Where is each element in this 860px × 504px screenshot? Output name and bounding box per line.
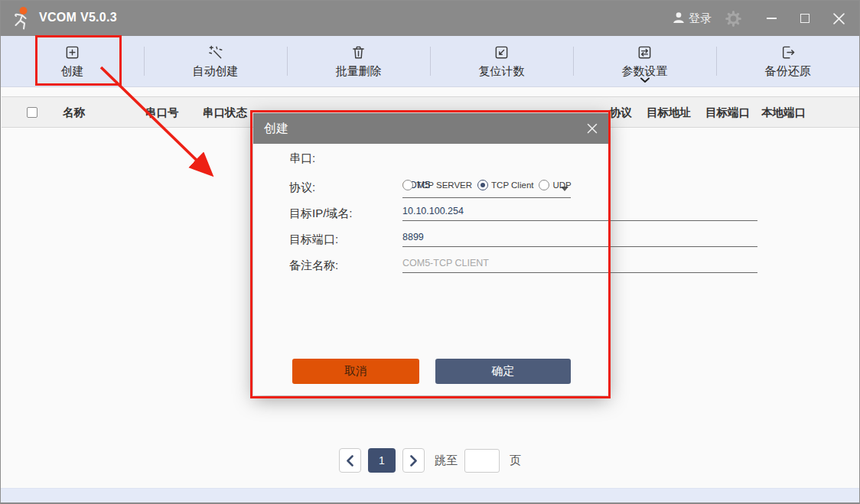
jump-to-label: 跳至 xyxy=(435,454,458,468)
ok-button[interactable]: 确定 xyxy=(435,359,571,384)
close-button[interactable] xyxy=(826,1,852,36)
remark-label: 备注名称: xyxy=(289,259,338,273)
select-all-checkbox[interactable] xyxy=(27,107,37,118)
chevron-down-icon xyxy=(640,73,650,86)
close-icon xyxy=(587,123,598,134)
login-button[interactable]: 登录 xyxy=(672,11,712,27)
column-name[interactable]: 名称 xyxy=(63,106,85,120)
create-button[interactable]: 创建 xyxy=(1,36,144,86)
export-doc-icon xyxy=(780,44,796,60)
usr-logo-icon xyxy=(11,6,33,34)
maximize-icon xyxy=(800,14,810,23)
radio-selected-icon xyxy=(477,180,488,190)
batch-delete-label: 批量删除 xyxy=(336,64,382,79)
radio-option-udp[interactable]: UDP xyxy=(539,180,571,190)
settings-swap-icon xyxy=(637,44,653,60)
radio-option-tcp-server[interactable]: TCP SERVER xyxy=(402,180,472,190)
radio-icon xyxy=(539,180,549,190)
toolbar: 创建 自动创建 批量删除 复位计数 参数设置 备份还原 xyxy=(1,36,859,87)
prev-page-button[interactable] xyxy=(339,448,361,473)
jump-page-input[interactable] xyxy=(464,449,500,473)
create-dialog: 创建 串口: COM5 协议: TCP SERVER TCP Client UD… xyxy=(253,113,608,395)
maximize-button[interactable] xyxy=(792,1,818,36)
reset-count-label: 复位计数 xyxy=(479,64,525,79)
reset-count-button[interactable]: 复位计数 xyxy=(430,36,573,86)
app-title: VCOM V5.0.3 xyxy=(39,11,117,24)
radio-icon xyxy=(402,180,413,190)
radio-option-tcp-client[interactable]: TCP Client xyxy=(477,180,533,190)
add-square-icon xyxy=(64,44,80,60)
column-com-status[interactable]: 串口状态 xyxy=(203,106,247,120)
target-port-label: 目标端口: xyxy=(289,232,338,247)
dialog-title: 创建 xyxy=(264,121,288,137)
login-label: 登录 xyxy=(689,11,712,26)
gear-icon xyxy=(725,11,741,27)
next-page-button[interactable] xyxy=(402,448,425,473)
radio-label: TCP Client xyxy=(491,180,533,190)
remark-input[interactable] xyxy=(402,256,757,273)
radio-label: TCP SERVER xyxy=(416,180,472,190)
column-target-port[interactable]: 目标端口 xyxy=(705,106,750,120)
trash-icon xyxy=(350,44,366,60)
backup-restore-label: 备份还原 xyxy=(765,64,811,79)
auto-create-button[interactable]: 自动创建 xyxy=(144,36,287,86)
dialog-close-button[interactable] xyxy=(585,122,599,135)
chevron-right-icon xyxy=(409,455,418,467)
reset-arrow-icon xyxy=(494,44,510,60)
page-unit-label: 页 xyxy=(510,454,521,468)
protocol-label: 协议: xyxy=(289,180,315,195)
person-icon xyxy=(672,11,686,27)
auto-create-label: 自动创建 xyxy=(193,64,239,79)
status-strip xyxy=(1,488,859,503)
backup-restore-button[interactable]: 备份还原 xyxy=(716,36,859,86)
param-settings-button[interactable]: 参数设置 xyxy=(573,36,716,86)
create-label: 创建 xyxy=(61,64,84,79)
column-protocol[interactable]: 协议 xyxy=(610,106,632,120)
minimize-button[interactable] xyxy=(758,1,784,36)
radio-label: UDP xyxy=(552,180,571,190)
close-icon xyxy=(833,13,845,24)
target-ip-input[interactable] xyxy=(402,204,757,221)
settings-gear-button[interactable] xyxy=(725,11,741,27)
current-page-button[interactable]: 1 xyxy=(368,448,396,473)
chevron-left-icon xyxy=(346,455,354,467)
target-port-input[interactable] xyxy=(402,230,757,247)
app-window: VCOM V5.0.3 登录 xyxy=(0,0,860,504)
magic-wand-icon xyxy=(207,44,223,60)
column-com-number[interactable]: 串口号 xyxy=(145,106,179,120)
protocol-radio-group: TCP SERVER TCP Client UDP xyxy=(402,180,571,190)
cancel-button[interactable]: 取消 xyxy=(292,359,419,384)
serial-label: 串口: xyxy=(289,151,315,166)
column-target-addr[interactable]: 目标地址 xyxy=(647,106,691,120)
target-ip-label: 目标IP/域名: xyxy=(289,206,353,221)
column-local-port[interactable]: 本地端口 xyxy=(761,106,806,120)
batch-delete-button[interactable]: 批量删除 xyxy=(287,36,430,86)
pagination: 1 跳至 页 xyxy=(1,448,859,473)
dialog-header: 创建 xyxy=(253,113,608,144)
title-bar: VCOM V5.0.3 登录 xyxy=(1,1,859,36)
minimize-icon xyxy=(767,18,777,19)
